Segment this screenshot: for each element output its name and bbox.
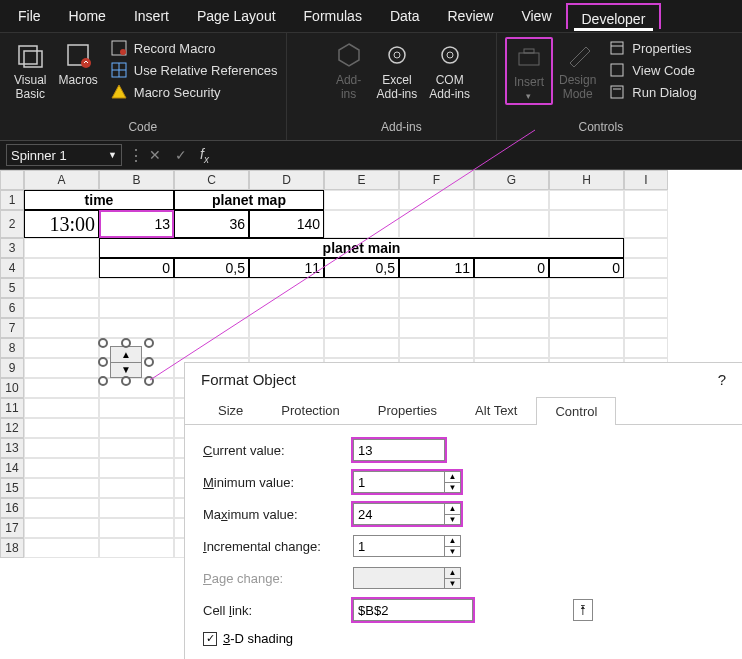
macros-button[interactable]: Macros (52, 37, 103, 103)
cell[interactable] (324, 338, 399, 358)
cell[interactable]: 0 (549, 258, 624, 278)
cell[interactable] (399, 210, 474, 238)
row-header[interactable]: 18 (0, 538, 24, 558)
resize-handle[interactable] (121, 376, 131, 386)
cell[interactable] (474, 278, 549, 298)
checkbox-icon[interactable]: ✓ (203, 632, 217, 646)
cell[interactable] (624, 210, 668, 238)
excel-addins-button[interactable]: Excel Add-ins (371, 37, 424, 103)
cell[interactable] (174, 318, 249, 338)
col-header-E[interactable]: E (324, 170, 399, 190)
dialog-tab-properties[interactable]: Properties (359, 396, 456, 424)
cell[interactable]: 0 (474, 258, 549, 278)
cell[interactable] (99, 298, 174, 318)
cell[interactable] (24, 378, 99, 398)
cell[interactable] (399, 338, 474, 358)
row-header[interactable]: 11 (0, 398, 24, 418)
insert-control-button[interactable]: Insert ▾ (505, 37, 553, 105)
row-header[interactable]: 13 (0, 438, 24, 458)
max-value-field[interactable] (354, 504, 444, 524)
col-header-A[interactable]: A (24, 170, 99, 190)
cell-B2[interactable]: 13 (99, 210, 174, 238)
tab-home[interactable]: Home (55, 2, 120, 30)
min-value-input[interactable]: ▲▼ (353, 471, 461, 493)
cell[interactable] (624, 298, 668, 318)
tab-insert[interactable]: Insert (120, 2, 183, 30)
cell[interactable] (549, 278, 624, 298)
cell[interactable]: planet map (174, 190, 324, 210)
spinner-down-icon[interactable]: ▼ (111, 362, 141, 378)
cell[interactable] (624, 238, 668, 258)
cell[interactable] (549, 338, 624, 358)
spinner-form-control[interactable]: ▲ ▼ (100, 340, 152, 384)
col-header-G[interactable]: G (474, 170, 549, 190)
cell[interactable] (549, 298, 624, 318)
cancel-formula-button[interactable]: ✕ (142, 147, 168, 163)
tab-data[interactable]: Data (376, 2, 434, 30)
enter-formula-button[interactable]: ✓ (168, 147, 194, 163)
col-header-I[interactable]: I (624, 170, 668, 190)
relative-refs-button[interactable]: Use Relative References (110, 59, 278, 81)
fx-icon[interactable]: fx (194, 146, 215, 165)
row-header[interactable]: 4 (0, 258, 24, 278)
cell[interactable] (174, 338, 249, 358)
cell[interactable]: 0,5 (174, 258, 249, 278)
cell[interactable] (99, 498, 174, 518)
resize-handle[interactable] (98, 376, 108, 386)
resize-handle[interactable] (144, 376, 154, 386)
cell[interactable] (324, 278, 399, 298)
range-picker-button[interactable]: ⭱ (573, 599, 593, 621)
row-header[interactable]: 2 (0, 210, 24, 238)
cell[interactable] (24, 278, 99, 298)
cell[interactable]: planet main (99, 238, 624, 258)
cell[interactable] (474, 190, 549, 210)
cell[interactable] (99, 538, 174, 558)
cell[interactable] (624, 318, 668, 338)
cell[interactable] (24, 438, 99, 458)
cell[interactable]: 0 (99, 258, 174, 278)
cell[interactable] (249, 338, 324, 358)
cell[interactable] (24, 318, 99, 338)
row-header[interactable]: 12 (0, 418, 24, 438)
com-addins-button[interactable]: COM Add-ins (423, 37, 476, 103)
tab-file[interactable]: File (4, 2, 55, 30)
cell[interactable] (24, 358, 99, 378)
cell[interactable]: 13:00 (24, 210, 99, 238)
cell[interactable] (24, 398, 99, 418)
row-header[interactable]: 5 (0, 278, 24, 298)
select-all-triangle[interactable] (0, 170, 24, 190)
cell[interactable] (549, 210, 624, 238)
spinner-icon[interactable]: ▲▼ (444, 504, 460, 524)
cell[interactable]: 11 (399, 258, 474, 278)
cell[interactable] (24, 298, 99, 318)
cell[interactable] (99, 438, 174, 458)
row-header[interactable]: 6 (0, 298, 24, 318)
row-header[interactable]: 15 (0, 478, 24, 498)
cell[interactable] (549, 190, 624, 210)
cell[interactable] (474, 298, 549, 318)
cell[interactable] (99, 518, 174, 538)
tab-review[interactable]: Review (434, 2, 508, 30)
cell[interactable] (624, 338, 668, 358)
col-header-H[interactable]: H (549, 170, 624, 190)
spinner-icon[interactable]: ▲▼ (444, 472, 460, 492)
cell[interactable] (624, 278, 668, 298)
row-header[interactable]: 9 (0, 358, 24, 378)
dialog-tab-control[interactable]: Control (536, 397, 616, 425)
cell[interactable] (474, 338, 549, 358)
cell[interactable] (624, 258, 668, 278)
cell[interactable] (99, 418, 174, 438)
cell[interactable] (24, 538, 99, 558)
row-header[interactable]: 16 (0, 498, 24, 518)
cell[interactable] (24, 418, 99, 438)
inc-change-input[interactable]: ▲▼ (353, 535, 461, 557)
cell[interactable]: 36 (174, 210, 249, 238)
row-header[interactable]: 7 (0, 318, 24, 338)
cell[interactable] (99, 458, 174, 478)
col-header-B[interactable]: B (99, 170, 174, 190)
cell[interactable]: 140 (249, 210, 324, 238)
tab-page-layout[interactable]: Page Layout (183, 2, 290, 30)
inc-change-field[interactable] (354, 536, 444, 556)
dialog-tab-size[interactable]: Size (199, 396, 262, 424)
design-mode-button[interactable]: Design Mode (553, 37, 602, 105)
